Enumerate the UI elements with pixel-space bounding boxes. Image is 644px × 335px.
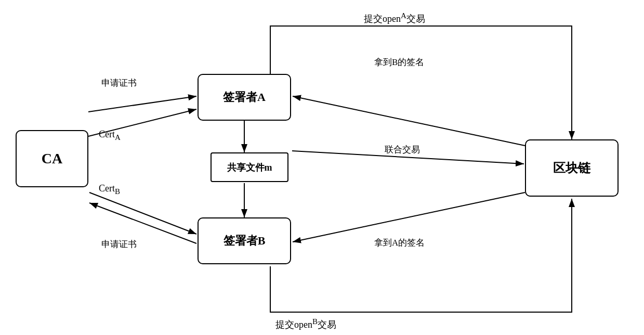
svg-line-3 (89, 192, 196, 234)
submit-open-b-text: 提交openB交易 (275, 319, 336, 330)
ca-label: CA (42, 150, 62, 167)
get-b-sig-text: 拿到B的签名 (374, 57, 424, 67)
cert-b-label: CertB (99, 183, 120, 196)
svg-line-2 (89, 203, 196, 243)
signer-a-label: 签署者A (223, 89, 266, 105)
diagram: CA 签署者A 共享文件m 签署者B 区块链 申请证书 CertA CertB … (0, 0, 644, 335)
apply-cert-a-text: 申请证书 (101, 78, 137, 88)
submit-open-b-label: 提交openB交易 (275, 317, 336, 331)
get-a-sig-text: 拿到A的签名 (374, 238, 425, 248)
submit-open-a-text: 提交openA交易 (364, 14, 425, 24)
svg-line-0 (88, 96, 196, 112)
submit-open-a-label: 提交openA交易 (364, 11, 425, 25)
signer-b-box: 签署者B (198, 217, 291, 264)
blockchain-label: 区块链 (553, 160, 590, 176)
get-b-sig-label: 拿到B的签名 (374, 56, 424, 68)
apply-cert-a-label: 申请证书 (101, 77, 137, 89)
cert-a-label: CertA (99, 129, 121, 142)
svg-line-8 (293, 192, 525, 242)
shared-file-label: 共享文件m (227, 161, 272, 174)
blockchain-box: 区块链 (525, 139, 619, 197)
apply-cert-b-text: 申请证书 (101, 239, 137, 249)
joint-tx-label: 联合交易 (385, 144, 420, 156)
cert-b-text: CertB (99, 183, 120, 194)
shared-file-box: 共享文件m (211, 152, 288, 182)
ca-box: CA (16, 130, 88, 187)
svg-line-7 (293, 96, 525, 146)
get-a-sig-label: 拿到A的签名 (374, 237, 425, 249)
signer-a-box: 签署者A (198, 74, 291, 121)
signer-b-label: 签署者B (224, 233, 266, 249)
cert-a-text: CertA (99, 129, 121, 139)
apply-cert-b-label: 申请证书 (101, 238, 137, 250)
joint-tx-text: 联合交易 (385, 145, 420, 154)
